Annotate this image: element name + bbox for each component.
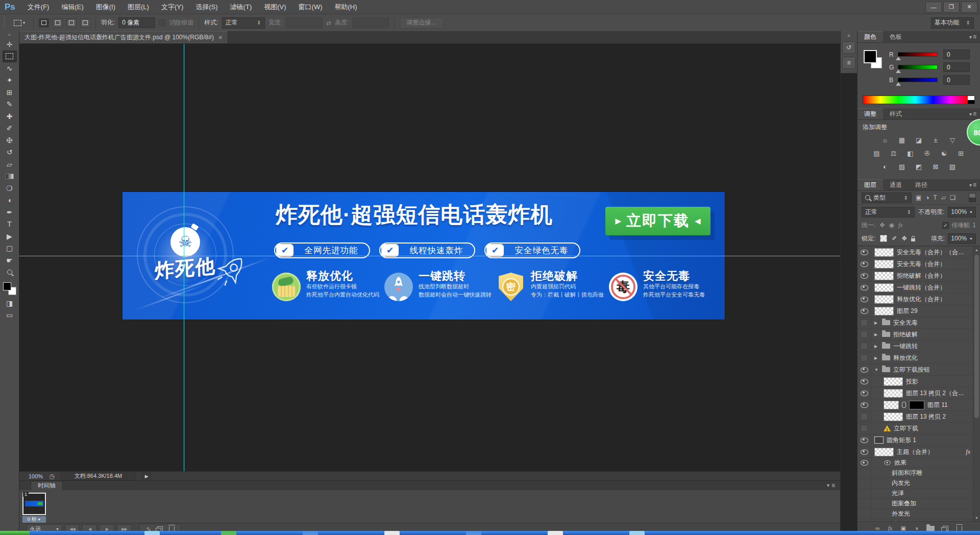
layer-name[interactable]: 立即下载按钮 — [893, 366, 930, 374]
timeline-tab[interactable]: 时间轴 — [31, 481, 63, 490]
restore-button[interactable]: ❐ — [943, 2, 960, 13]
delete-layer-icon[interactable] — [957, 526, 962, 531]
menu-item[interactable]: 选择(S) — [189, 0, 224, 14]
close-button[interactable]: ✕ — [961, 2, 977, 13]
lock-paint-icon[interactable]: ✐ — [892, 235, 897, 242]
layer-row[interactable]: 图案叠加 — [857, 499, 973, 509]
layer-filter-icon[interactable]: ▱ — [941, 194, 946, 201]
dock-panel-button[interactable]: ≡ — [842, 57, 855, 69]
layer-name[interactable]: 立即下载 — [894, 424, 918, 433]
adjustment-icon[interactable]: ⊠ — [929, 161, 942, 172]
adjustment-icon[interactable]: ◧ — [904, 148, 917, 158]
layer-name[interactable]: 投影 — [894, 520, 906, 521]
slider-thumb[interactable] — [896, 82, 901, 86]
layer-name[interactable]: 拒绝破解 — [893, 330, 918, 339]
visibility-toggle[interactable] — [857, 411, 871, 422]
layer-filter-icon[interactable]: T — [934, 194, 937, 201]
layer-thumbnail[interactable] — [874, 272, 894, 280]
panel-tab[interactable]: 调整 — [857, 108, 883, 119]
visibility-toggle[interactable] — [857, 478, 871, 488]
layer-row[interactable]: ▶ 拒绝破解 — [857, 329, 973, 341]
layer-row[interactable]: 释放优化（合并） — [857, 294, 973, 305]
adjustment-icon[interactable]: ▤ — [871, 148, 883, 158]
chann​el-slider[interactable] — [898, 78, 938, 82]
layer-name[interactable]: 释放优化 — [893, 354, 918, 362]
visibility-toggle[interactable] — [857, 489, 871, 498]
minimize-button[interactable]: — — [925, 2, 942, 13]
layer-row[interactable]: ▶ 安全无毒 — [857, 317, 973, 329]
layer-row[interactable]: 图层 11 — [857, 399, 973, 411]
vertical-guide[interactable] — [184, 44, 184, 471]
layer-row[interactable]: 圆角矩形 1 — [857, 434, 973, 446]
visibility-toggle[interactable] — [857, 317, 871, 328]
foreground-color-swatch[interactable] — [864, 50, 877, 63]
new-selection-icon[interactable] — [39, 18, 49, 28]
panel-tab[interactable]: 样式 — [883, 108, 909, 119]
channel-value-input[interactable]: 0 — [943, 75, 970, 85]
frame-delay-select[interactable]: 0 秒▼ — [22, 516, 46, 523]
layer-thumbnail[interactable] — [884, 389, 903, 398]
tool-button[interactable]: T — [3, 218, 17, 231]
visibility-toggle[interactable] — [857, 258, 871, 270]
layer-row[interactable]: 拒绝破解（合并） — [857, 270, 973, 282]
tool-button[interactable]: ✐ — [3, 123, 17, 135]
layer-name[interactable]: 图层 13 拷贝 2 — [906, 412, 946, 421]
layer-name[interactable]: 图层 29 — [897, 307, 918, 315]
panel-menu-icon[interactable]: ▾≡ — [969, 31, 980, 42]
filter-toggle[interactable] — [969, 193, 976, 202]
opacity-input[interactable]: 100%▼ — [948, 207, 976, 217]
tool-button[interactable]: ∿ — [3, 62, 17, 75]
menu-item[interactable]: 窗口(W) — [292, 0, 329, 14]
expand-arrow-icon[interactable]: ▼ — [874, 368, 879, 372]
visibility-toggle[interactable] — [857, 387, 871, 399]
document-info[interactable]: 文档:864.3K/18.4M — [61, 472, 136, 480]
taskbar-item[interactable] — [466, 531, 481, 535]
layer-name[interactable]: 安全无毒 — [893, 319, 918, 327]
visibility-toggle[interactable] — [857, 519, 871, 521]
visibility-toggle[interactable] — [857, 434, 871, 446]
quick-mask-button[interactable]: ◨ — [3, 297, 17, 309]
panel-menu-icon[interactable]: ▾≡ — [969, 108, 980, 119]
adjustment-icon[interactable]: ▦ — [896, 135, 908, 145]
panel-tab[interactable]: 颜色 — [857, 31, 883, 42]
layer-name[interactable]: 释放优化（合并） — [897, 295, 946, 304]
blend-mode-select[interactable]: 正常⇕ — [862, 207, 915, 217]
taskbar-item[interactable] — [144, 531, 160, 535]
chann​el-slider[interactable] — [898, 65, 938, 69]
mask-thumbnail[interactable] — [909, 401, 924, 409]
foreground-color-swatch[interactable] — [3, 282, 11, 290]
feather-input[interactable]: 0 像素 — [118, 17, 155, 28]
taskbar-item[interactable] — [0, 531, 30, 535]
tool-button[interactable] — [3, 266, 17, 279]
tool-button[interactable]: ↺ — [3, 147, 17, 159]
width-input[interactable] — [286, 17, 323, 28]
visibility-toggle[interactable] — [857, 352, 871, 363]
menu-item[interactable]: 文字(Y) — [155, 0, 189, 14]
dock-panel-button[interactable]: ↺ — [842, 41, 855, 54]
tool-button[interactable]: ▱ — [3, 158, 17, 171]
antialias-checkbox[interactable] — [159, 19, 165, 26]
layer-thumbnail[interactable] — [874, 307, 894, 315]
tool-button[interactable]: ✠ — [3, 134, 17, 147]
visibility-toggle[interactable] — [857, 509, 871, 519]
propagate-checkbox[interactable] — [942, 222, 949, 229]
layer-row[interactable]: 斜面和浮雕 — [857, 468, 973, 478]
taskbar-item[interactable] — [548, 531, 563, 535]
effect-eye-icon[interactable] — [884, 460, 891, 465]
visibility-toggle[interactable] — [857, 423, 871, 434]
layer-name[interactable]: 拒绝破解（合并） — [897, 272, 946, 280]
tool-button[interactable]: ❍ — [3, 182, 17, 194]
layer-thumbnail[interactable] — [884, 377, 903, 386]
adjustment-icon[interactable]: ▽ — [946, 135, 959, 145]
visibility-toggle[interactable] — [857, 282, 871, 293]
timeline-menu-icon[interactable]: ▾≡ — [827, 481, 835, 490]
visibility-toggle[interactable] — [857, 329, 871, 340]
windows-taskbar[interactable] — [0, 531, 980, 535]
workspace-select[interactable]: 基本功能⇕ — [931, 17, 974, 29]
screen-mode-button[interactable]: ▭ — [3, 309, 17, 322]
layer-row[interactable]: 外发光 — [857, 509, 973, 519]
style-select[interactable]: 正常⇕ — [222, 17, 265, 29]
panel-tab[interactable]: 通道 — [883, 179, 909, 190]
visibility-toggle[interactable] — [857, 376, 871, 387]
layer-row[interactable]: 安全无毒（合并） — [857, 258, 973, 270]
